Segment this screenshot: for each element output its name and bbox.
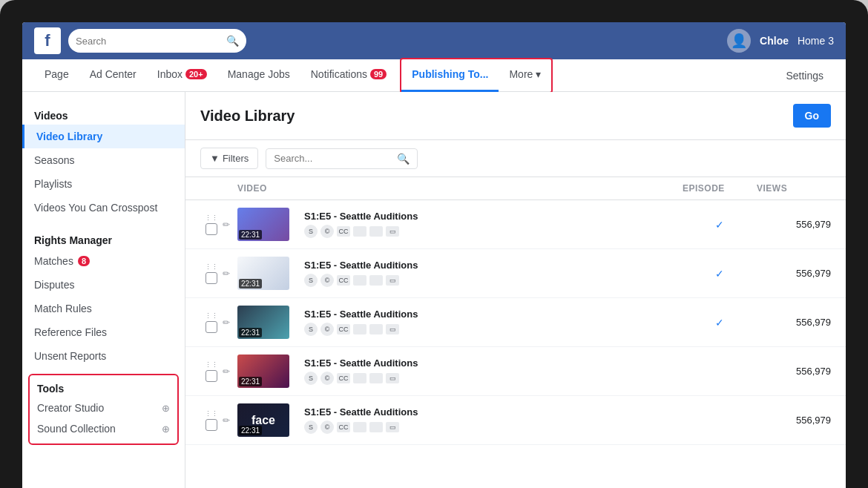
go-button[interactable]: Go [793,104,831,128]
sidebar-item-seasons[interactable]: Seasons [22,148,185,172]
nav-publishing-to[interactable]: Publishing To... [401,59,499,92]
icon-box1 [353,324,366,334]
main-content: Videos Video Library Seasons Playlists V… [22,92,846,488]
icon-c: © [320,274,334,287]
episode-check: ✓ [683,268,757,280]
icon-monitor: ▭ [386,422,399,432]
search-input[interactable] [274,153,392,164]
video-title: S1:E5 - Seattle Auditions [304,357,675,369]
tools-section-title: Tools [30,380,177,398]
nav-settings[interactable]: Settings [775,70,834,82]
fb-home-label[interactable]: Home 3 [798,35,834,47]
video-info: S1:E5 - Seattle Auditions S © CC ▭ [297,357,683,385]
nav-manage-jobs[interactable]: Manage Jobs [217,59,300,92]
icon-box1 [353,373,366,383]
sidebar-item-unsent-reports[interactable]: Unsent Reports [22,344,185,368]
icon-c: © [320,421,334,434]
row-checkbox[interactable] [206,223,217,235]
video-duration: 22:31 [239,377,262,386]
video-thumbnail: 22:31 [237,355,289,388]
sidebar-item-disputes[interactable]: Disputes [22,273,185,297]
nav-inbox[interactable]: Inbox 20+ [147,59,217,92]
drag-handle[interactable]: ⋮⋮ [200,263,223,284]
drag-handle[interactable]: ⋮⋮ [200,312,223,333]
nav-page[interactable]: Page [34,59,79,92]
icon-s: S [304,225,318,238]
video-duration: 22:31 [239,426,262,435]
views-count: 556,979 [757,268,831,279]
laptop-screen: f 🔍 👤 Chloe Home 3 Page Ad Center Inbox … [22,22,846,488]
page-nav: Page Ad Center Inbox 20+ Manage Jobs Not… [22,59,846,92]
icon-box1 [353,275,366,286]
matches-badge: 8 [78,256,90,266]
edit-icon[interactable]: ✏ [223,220,237,230]
nav-notifications[interactable]: Notifications 99 [300,59,398,92]
col-title [297,183,683,194]
video-icons: S © CC ▭ [304,323,675,336]
row-checkbox[interactable] [206,321,217,333]
nav-more[interactable]: More ▾ [499,59,551,92]
fb-topbar-right: 👤 Chloe Home 3 [727,29,834,53]
video-title: S1:E5 - Seattle Auditions [304,211,675,222]
video-info: S1:E5 - Seattle Auditions S © CC ▭ [297,260,683,287]
fb-logo-icon[interactable]: f [34,27,61,54]
icon-cc: CC [337,373,350,383]
avatar: 👤 [727,29,751,53]
col-edit [223,183,237,194]
page-title: Video Library [200,108,295,125]
edit-icon[interactable]: ✏ [223,415,237,426]
fb-search-input[interactable] [76,36,222,47]
highlighted-nav-group: Publishing To... More ▾ [400,58,553,93]
icon-box1 [353,226,366,237]
video-duration: 22:31 [239,279,262,288]
row-checkbox[interactable] [206,272,217,284]
filter-icon: ▼ [210,153,220,164]
fb-search-bar[interactable]: 🔍 [68,29,246,53]
table-row: ⋮⋮ ✏ 22:31 S1:E5 - Seattle Auditions S © [185,249,846,298]
icon-c: © [320,372,334,385]
videos-section-title: Videos [22,104,185,125]
more-dropdown-icon: ▾ [536,68,541,80]
sidebar-item-playlists[interactable]: Playlists [22,172,185,196]
sidebar-item-sound-collection[interactable]: Sound Collection ⊕ [30,418,177,439]
icon-cc: CC [337,324,350,334]
drag-handle[interactable]: ⋮⋮ [200,410,223,431]
rights-manager-section-title: Rights Manager [22,228,185,249]
edit-icon[interactable]: ✏ [223,268,237,279]
edit-icon[interactable]: ✏ [223,366,237,377]
sidebar: Videos Video Library Seasons Playlists V… [22,92,185,488]
external-link-icon: ⊕ [162,403,170,414]
video-icons: S © CC ▭ [304,421,675,434]
tools-section: Tools Creator Studio ⊕ Sound Collection … [28,374,179,445]
nav-ad-center[interactable]: Ad Center [79,59,147,92]
sidebar-item-matches[interactable]: Matches 8 [22,249,185,273]
table-header: Video Episode Views [185,177,846,200]
checkmark-icon: ✓ [715,219,724,231]
search-box[interactable]: 🔍 [266,148,418,169]
drag-handle[interactable]: ⋮⋮ [200,214,223,235]
icon-s: S [304,323,318,336]
fb-username: Chloe [760,35,789,47]
row-checkbox[interactable] [206,370,217,382]
video-icons: S © CC ▭ [304,372,675,385]
sidebar-item-crosspost[interactable]: Videos You Can Crosspost [22,196,185,220]
sidebar-item-creator-studio[interactable]: Creator Studio ⊕ [30,398,177,418]
icon-monitor: ▭ [386,275,399,286]
sidebar-item-reference-files[interactable]: Reference Files [22,320,185,344]
icon-s: S [304,421,318,434]
content-area: Video Library Go ▼ Filters 🔍 [185,92,846,488]
edit-icon[interactable]: ✏ [223,317,237,328]
icon-monitor: ▭ [386,324,399,334]
icon-cc: CC [337,422,350,432]
table-row: ⋮⋮ ✏ face 22:31 S1:E5 - Seattle Audition… [185,396,846,445]
sidebar-item-match-rules[interactable]: Match Rules [22,297,185,320]
row-checkbox[interactable] [206,419,217,431]
video-icons: S © CC ▭ [304,274,675,287]
sidebar-item-video-library[interactable]: Video Library [22,125,185,148]
col-video-header: Video [237,183,297,194]
icon-box2 [369,226,383,237]
inbox-badge: 20+ [185,69,207,79]
filters-button[interactable]: ▼ Filters [200,148,258,169]
video-title: S1:E5 - Seattle Auditions [304,406,675,418]
drag-handle[interactable]: ⋮⋮ [200,361,223,382]
